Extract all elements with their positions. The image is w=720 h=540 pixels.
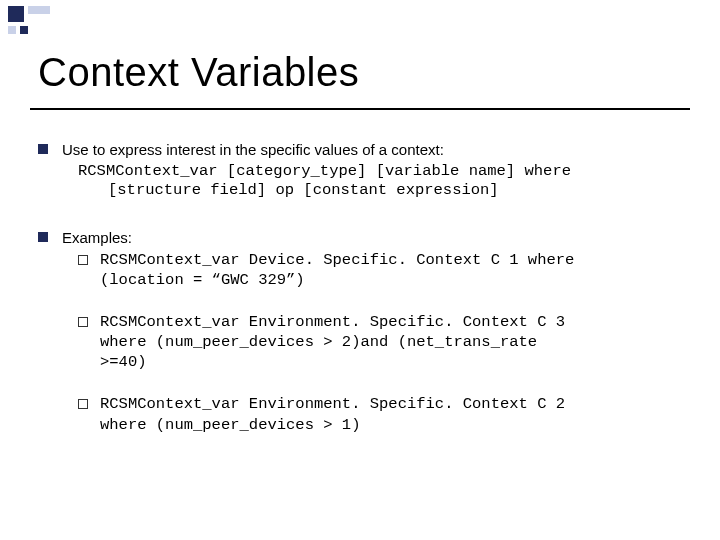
example-text: RCSMContext_var Environment. Specific. C…: [100, 394, 565, 434]
slide-title: Context Variables: [38, 50, 359, 95]
examples-list: RCSMContext_var Device. Specific. Contex…: [78, 250, 690, 435]
hollow-square-bullet-icon: [78, 317, 88, 327]
example-line: where (num_peer_devices > 1): [100, 415, 565, 435]
square-bullet-icon: [38, 144, 48, 154]
bullet-item-2: Examples: RCSMContext_var Device. Specif…: [38, 228, 690, 434]
bullet-item-1: Use to express interest in the specific …: [38, 140, 690, 200]
bullet-2-lead: Examples:: [62, 228, 132, 248]
syntax-line-2: [structure field] op [constant expressio…: [108, 181, 690, 200]
example-line: RCSMContext_var Environment. Specific. C…: [100, 394, 565, 414]
bullet-1-lead: Use to express interest in the specific …: [62, 140, 444, 160]
example-line: RCSMContext_var Device. Specific. Contex…: [100, 250, 574, 270]
example-line: where (num_peer_devices > 2)and (net_tra…: [100, 332, 565, 352]
hollow-square-bullet-icon: [78, 255, 88, 265]
example-line: RCSMContext_var Environment. Specific. C…: [100, 312, 565, 332]
example-text: RCSMContext_var Environment. Specific. C…: [100, 312, 565, 372]
slide-corner-decoration: [0, 0, 70, 40]
example-item: RCSMContext_var Environment. Specific. C…: [78, 394, 690, 434]
square-bullet-icon: [38, 232, 48, 242]
slide-content: Use to express interest in the specific …: [38, 140, 690, 463]
example-text: RCSMContext_var Device. Specific. Contex…: [100, 250, 574, 290]
example-item: RCSMContext_var Environment. Specific. C…: [78, 312, 690, 372]
syntax-line-1: RCSMContext_var [category_type] [variabl…: [78, 162, 690, 181]
example-line: >=40): [100, 352, 565, 372]
example-line: (location = “GWC 329”): [100, 270, 574, 290]
horizontal-rule: [30, 108, 690, 110]
hollow-square-bullet-icon: [78, 399, 88, 409]
example-item: RCSMContext_var Device. Specific. Contex…: [78, 250, 690, 290]
